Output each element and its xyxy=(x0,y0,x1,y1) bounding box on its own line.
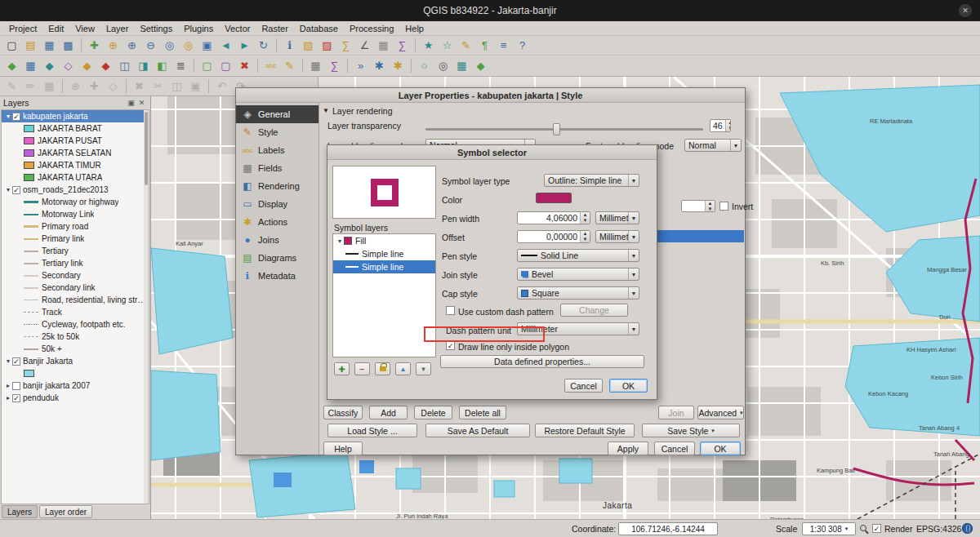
lp-cancel-button[interactable]: Cancel xyxy=(654,442,695,455)
layer-item-50k[interactable]: 50k + xyxy=(2,343,149,355)
join-style-dropdown[interactable]: Bevel▼ xyxy=(517,268,639,281)
use-custom-dash-checkbox[interactable] xyxy=(446,306,455,315)
python-scripts-icon[interactable]: » xyxy=(352,57,369,74)
lp-nav-display[interactable]: ▭Display xyxy=(236,195,318,213)
layer-item-tertiary[interactable]: Tertiary xyxy=(2,245,149,257)
layer-checkbox[interactable]: ✓ xyxy=(12,394,20,402)
layer-item-kabupaten-jakarta[interactable]: ▾✓kabupaten jakarta xyxy=(2,110,149,122)
layer-item-motorway-or-highway[interactable]: Motorway or highway xyxy=(2,196,149,208)
menu-raster[interactable]: Raster xyxy=(256,23,293,34)
layers-scrollbar[interactable] xyxy=(144,110,149,504)
menu-edit[interactable]: Edit xyxy=(42,23,69,34)
lp-ok-button[interactable]: OK xyxy=(700,442,741,455)
invert-checkbox[interactable] xyxy=(719,202,728,211)
open-attribute-table-icon[interactable]: ▦ xyxy=(375,37,392,54)
pen-width-spinbox[interactable]: 4,06000 ▲▼ xyxy=(517,211,590,224)
menu-project[interactable]: Project xyxy=(3,23,42,34)
add-oracle-layer-icon[interactable]: ◆ xyxy=(97,57,114,74)
lp-nav-actions[interactable]: ✱Actions xyxy=(236,213,318,231)
add-wcs-layer-icon[interactable]: ◨ xyxy=(135,57,152,74)
menu-view[interactable]: View xyxy=(69,23,100,34)
add-spatialite-layer-icon[interactable]: ◇ xyxy=(60,57,77,74)
layer-transparency-spinbox[interactable]: 46 ▲▼ xyxy=(710,119,731,132)
layer-item-penduduk[interactable]: ▸✓penduduk xyxy=(2,392,149,404)
layer-item-track[interactable]: Track xyxy=(2,306,149,318)
save-layer-edits-icon[interactable]: ▦ xyxy=(41,78,58,95)
identify-features-icon[interactable]: ℹ xyxy=(281,37,298,54)
layer-checkbox[interactable] xyxy=(12,382,20,390)
field-calculator-icon[interactable]: ∑ xyxy=(394,37,411,54)
add-button[interactable]: Add xyxy=(369,406,408,419)
add-feature-icon[interactable]: ⊕ xyxy=(67,78,84,95)
expander-icon[interactable]: ▾ xyxy=(336,237,344,245)
paste-features-icon[interactable]: ▣ xyxy=(187,78,204,95)
layer-item-road-residential-living-street-etc[interactable]: Road, residential, living street, etc. xyxy=(2,294,149,306)
layer-item-tertiary-link[interactable]: Tertiary link xyxy=(2,257,149,269)
menu-settings[interactable]: Settings xyxy=(134,23,178,34)
cap-style-dropdown[interactable]: Square▼ xyxy=(517,286,639,300)
expander-icon[interactable]: ▾ xyxy=(4,186,12,193)
panel-options-icon[interactable]: ▣ xyxy=(126,99,136,107)
save-as-default-button[interactable]: Save As Default xyxy=(425,424,530,437)
zoom-full-icon[interactable]: ◎ xyxy=(161,37,178,54)
move-layer-down-icon[interactable]: ▼ xyxy=(416,362,431,375)
georeferencer-icon[interactable]: ▦ xyxy=(453,57,470,74)
expander-icon[interactable]: ▸ xyxy=(4,382,12,389)
menu-help[interactable]: Help xyxy=(399,23,430,34)
layer-item-jakarta-utara[interactable]: JAKARTA UTARA xyxy=(2,171,149,184)
text-annotation-icon[interactable]: ✎ xyxy=(457,37,474,54)
dropdown-arrow-icon[interactable]: ▼ xyxy=(628,250,639,261)
add-symbol-layer-icon[interactable]: ✚ xyxy=(334,362,350,375)
coordinate-input[interactable]: 106.71246,-6.14244 xyxy=(618,522,718,535)
cut-features-icon[interactable]: ✂ xyxy=(149,78,167,95)
new-project-icon[interactable]: ▢ xyxy=(3,37,20,54)
dropdown-arrow-icon[interactable]: ▼ xyxy=(628,287,639,299)
select-features-icon[interactable]: ▧ xyxy=(300,37,317,54)
measure-line-icon[interactable]: ∠ xyxy=(356,37,373,54)
show-bookmarks-icon[interactable]: ☆ xyxy=(439,37,456,54)
layer-item-osm-roads-21dec2013[interactable]: ▾✓osm_roads_21dec2013 xyxy=(2,184,149,196)
current-edits-icon[interactable]: ✎ xyxy=(3,78,20,95)
grass-tools-icon[interactable]: ◆ xyxy=(472,57,489,74)
select-by-expression-icon[interactable]: ∑ xyxy=(337,37,354,54)
new-bookmark-icon[interactable]: ★ xyxy=(420,37,437,54)
delete-selected-icon[interactable]: ✖ xyxy=(131,78,148,95)
lp-nav-style[interactable]: ✎Style xyxy=(236,123,318,141)
lp-nav-general[interactable]: ◈General xyxy=(236,105,318,123)
node-tool-icon[interactable]: ◇ xyxy=(105,78,122,95)
offset-unit-dropdown[interactable]: Millimeter▼ xyxy=(595,230,639,243)
label-settings-icon[interactable]: ✎ xyxy=(281,57,298,74)
pen-style-dropdown[interactable]: Solid Line▼ xyxy=(517,249,639,262)
lp-nav-rendering[interactable]: ◧Rendering xyxy=(236,177,318,195)
open-project-icon[interactable]: ▤ xyxy=(22,37,39,54)
layer-properties-titlebar[interactable]: Layer Properties - kabupaten jakarta | S… xyxy=(236,88,745,103)
change-dash-button[interactable]: Change xyxy=(560,304,628,317)
dropdown-arrow-icon[interactable]: ▼ xyxy=(628,175,639,186)
add-mssql-layer-icon[interactable]: ◆ xyxy=(78,57,96,74)
restore-default-style-button[interactable]: Restore Default Style xyxy=(535,424,635,437)
crs-globe-icon[interactable] xyxy=(962,523,973,534)
symbol-layer-fill[interactable]: ▾Fill xyxy=(333,234,435,247)
layer-item-banjir-jakarta[interactable]: ▾✓Banjir Jakarta xyxy=(2,355,149,367)
layer-item-secondary-link[interactable]: Secondary link xyxy=(2,282,149,294)
layer-item-primary-road[interactable]: Primary road xyxy=(2,220,149,233)
scrollbar-thumb[interactable] xyxy=(145,112,148,185)
dropdown-arrow-icon[interactable]: ▼ xyxy=(730,140,741,151)
lp-nav-metadata[interactable]: ℹMetadata xyxy=(236,267,318,285)
new-spatialite-layer-icon[interactable]: ▢ xyxy=(217,57,234,74)
layer-item-banjir-jakarta-2007[interactable]: ▸banjir jakarta 2007 xyxy=(2,379,149,392)
pan-to-selection-icon[interactable]: ⊕ xyxy=(105,37,122,54)
dropdown-arrow-icon[interactable]: ▼ xyxy=(628,323,639,335)
dropdown-arrow-icon[interactable]: ▼ xyxy=(628,212,639,224)
menu-database[interactable]: Database xyxy=(294,23,344,34)
color-ramp-steps-spinbox[interactable]: ▲▼ xyxy=(681,200,715,212)
zoom-next-icon[interactable]: ► xyxy=(236,37,253,54)
symbol-ok-button[interactable]: OK xyxy=(609,379,648,393)
delete-all-button[interactable]: Delete all xyxy=(459,406,506,419)
coordinate-capture-icon[interactable]: ◎ xyxy=(434,57,452,74)
delete-button[interactable]: Delete xyxy=(414,406,452,419)
help-button[interactable]: Help xyxy=(323,442,363,455)
save-style-button[interactable]: Save Style▾ xyxy=(642,424,740,437)
layer-item-motorway-link[interactable]: Motorway Link xyxy=(2,208,149,220)
remove-layer-icon[interactable]: ✖ xyxy=(236,57,253,74)
